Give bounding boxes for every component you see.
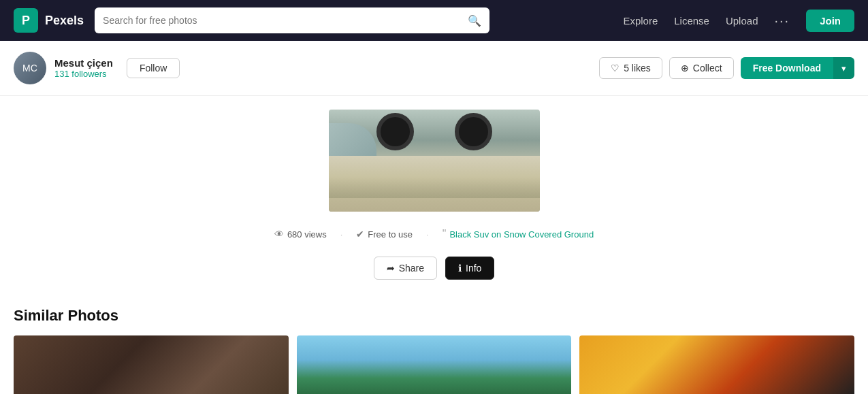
- avatar: MC: [14, 52, 46, 84]
- tire-left: [376, 113, 414, 150]
- tire-right: [455, 113, 492, 150]
- nav-more-icon[interactable]: ···: [774, 13, 790, 29]
- quote-icon: ": [443, 228, 447, 240]
- user-name: Mesut çiçen: [54, 57, 113, 69]
- nav-license[interactable]: License: [674, 15, 709, 27]
- user-followers: 131 followers: [54, 69, 113, 79]
- share-button[interactable]: ➦ Share: [374, 257, 437, 280]
- free-to-use-label: Free to use: [368, 229, 413, 240]
- similar-title: Similar Photos: [14, 307, 854, 325]
- follow-button[interactable]: Follow: [127, 58, 180, 78]
- free-to-use-item: ✔ Free to use: [356, 229, 413, 240]
- search-bar: 🔍: [95, 7, 489, 33]
- user-info: Mesut çiçen 131 followers: [54, 57, 113, 79]
- download-wrap: Free Download ▾: [741, 57, 854, 79]
- header-actions: ♡ 5 likes ⊕ Collect Free Download ▾: [599, 57, 854, 79]
- search-button[interactable]: 🔍: [468, 14, 481, 27]
- views-item: 👁 680 views: [274, 229, 327, 240]
- navbar: P Pexels 🔍 Explore License Upload ··· Jo…: [0, 0, 868, 41]
- similar-photo-1[interactable]: [14, 335, 289, 394]
- share-arrow-icon: ➦: [387, 263, 395, 274]
- caption-link[interactable]: Black Suv on Snow Covered Ground: [449, 229, 594, 240]
- info-label: Info: [466, 263, 481, 274]
- collect-label: Collect: [693, 63, 722, 73]
- collect-button[interactable]: ⊕ Collect: [669, 57, 734, 79]
- logo-link[interactable]: P Pexels: [14, 8, 84, 33]
- collect-plus-icon: ⊕: [681, 63, 689, 73]
- nav-upload[interactable]: Upload: [726, 15, 758, 27]
- photo-grass: [329, 178, 540, 198]
- info-button[interactable]: ℹ Info: [445, 257, 494, 280]
- caption-item: " Black Suv on Snow Covered Ground: [443, 228, 594, 240]
- main-photo[interactable]: [329, 110, 540, 212]
- download-dropdown-button[interactable]: ▾: [833, 57, 854, 79]
- photo-header: MC Mesut çiçen 131 followers Follow ♡ 5 …: [0, 41, 868, 96]
- logo-text: Pexels: [45, 14, 84, 28]
- info-circle-icon: ℹ: [458, 263, 462, 274]
- heart-icon: ♡: [611, 63, 620, 73]
- search-input[interactable]: [103, 15, 468, 26]
- likes-count: 5 likes: [624, 63, 651, 73]
- avatar-image: MC: [14, 52, 46, 84]
- nav-explore[interactable]: Explore: [623, 15, 658, 27]
- nav-links: Explore License Upload ··· Join: [623, 10, 854, 32]
- logo-icon: P: [14, 8, 38, 33]
- check-icon: ✔: [356, 229, 364, 240]
- eye-icon: 👁: [274, 229, 284, 240]
- separator-1: ·: [340, 229, 343, 240]
- separator-2: ·: [426, 229, 429, 240]
- join-button[interactable]: Join: [806, 10, 854, 32]
- similar-grid: [14, 335, 854, 394]
- photo-meta: 👁 680 views · ✔ Free to use · " Black Su…: [0, 218, 868, 250]
- share-label: Share: [399, 263, 424, 274]
- similar-section: Similar Photos: [0, 293, 868, 394]
- photo-container: [0, 96, 868, 218]
- similar-photo-3[interactable]: [579, 335, 854, 394]
- likes-button[interactable]: ♡ 5 likes: [599, 57, 662, 79]
- similar-photo-2[interactable]: [297, 335, 572, 394]
- free-download-button[interactable]: Free Download: [741, 57, 833, 79]
- action-buttons: ➦ Share ℹ Info: [0, 250, 868, 293]
- views-count: 680 views: [287, 229, 327, 240]
